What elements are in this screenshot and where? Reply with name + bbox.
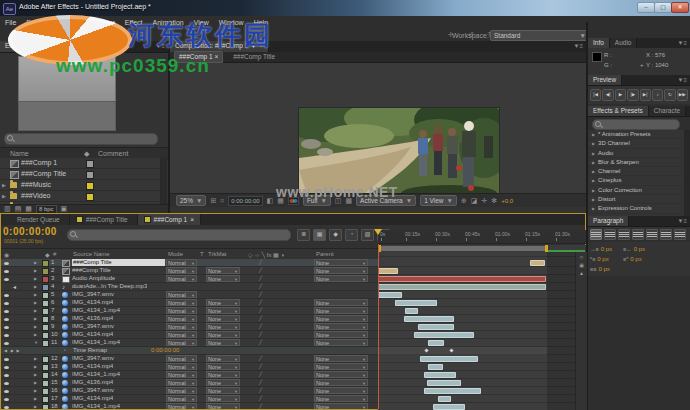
- tab-preview[interactable]: Preview: [588, 75, 622, 85]
- paragraph-indent-field[interactable]: ≡*0 px: [623, 254, 656, 264]
- close-button[interactable]: ✕: [671, 2, 689, 13]
- label-color-chip[interactable]: [86, 193, 94, 201]
- timeline-tab[interactable]: ###Comp 1×: [138, 214, 201, 225]
- layer-switches[interactable]: ╱: [259, 371, 262, 378]
- timeline-search-input[interactable]: [67, 229, 291, 241]
- parent-dropdown[interactable]: None▼: [314, 371, 368, 378]
- label-color-chip[interactable]: [86, 182, 94, 190]
- trkmat-dropdown[interactable]: None▼: [206, 275, 240, 282]
- layer-duration-bar[interactable]: [433, 404, 465, 410]
- layer-switches[interactable]: ╱: [259, 363, 262, 370]
- project-search-input[interactable]: [4, 133, 158, 145]
- project-item[interactable]: ▶ ###Video: [0, 191, 160, 202]
- label-color-chip[interactable]: [42, 316, 49, 323]
- expand-arrow-icon[interactable]: ▶: [34, 356, 37, 362]
- comp-marker-icon[interactable]: ◇: [576, 254, 587, 260]
- hide-shy-layers-icon[interactable]: ◆: [329, 229, 342, 241]
- menu-item[interactable]: File: [0, 19, 21, 26]
- new-composition-icon[interactable]: ▦: [25, 205, 32, 213]
- transport-button[interactable]: |▶: [627, 89, 638, 101]
- new-folder-icon[interactable]: ▤: [15, 205, 22, 213]
- trkmat-dropdown[interactable]: None▼: [206, 339, 240, 346]
- parent-dropdown[interactable]: None▼: [314, 307, 368, 314]
- effects-category[interactable]: ▶Blur & Sharpen: [588, 158, 684, 167]
- label-color-chip[interactable]: [42, 276, 49, 283]
- column-mode[interactable]: Mode: [168, 251, 183, 257]
- project-item[interactable]: ▶ ###Music: [0, 180, 160, 191]
- delete-icon[interactable]: ▣: [61, 205, 68, 213]
- label-color-chip[interactable]: [86, 171, 94, 179]
- timeline-graph-layer[interactable]: ◇ ▣ ▲: [378, 252, 586, 410]
- trkmat-dropdown[interactable]: None▼: [206, 371, 240, 378]
- layer-name[interactable]: IMG_3947.wmv: [72, 387, 114, 394]
- label-color-chip[interactable]: [42, 260, 49, 267]
- blend-mode-dropdown[interactable]: Normal▼: [166, 323, 197, 330]
- eye-icon[interactable]: [4, 278, 9, 281]
- expand-arrow-icon[interactable]: ▶: [34, 332, 37, 338]
- eye-icon[interactable]: [4, 374, 9, 377]
- tab-paragraph[interactable]: Paragraph: [588, 216, 629, 226]
- time-remap-row[interactable]: ◀ ◆ ▶ ◔ Time Remap 0:00:00:00: [1, 347, 378, 355]
- parent-dropdown[interactable]: None▼: [314, 315, 368, 322]
- expand-arrow-icon[interactable]: ▶: [34, 380, 37, 386]
- project-item[interactable]: ###Comp 1: [0, 158, 160, 169]
- timeline-layer-row[interactable]: ◄ ▶ 15 IMG_4136.mp4 Normal▼ None▼ ╱ None…: [1, 379, 378, 387]
- eye-icon[interactable]: [4, 294, 9, 297]
- blend-mode-dropdown[interactable]: Normal▼: [166, 307, 197, 314]
- layer-duration-bar[interactable]: [424, 372, 456, 378]
- justify-last-center-button[interactable]: [646, 229, 658, 240]
- eye-icon[interactable]: [4, 310, 9, 313]
- expand-arrow-icon[interactable]: ▶: [34, 292, 37, 298]
- trkmat-dropdown[interactable]: None▼: [206, 267, 240, 274]
- current-time-indicator-handle[interactable]: [374, 229, 382, 235]
- label-color-chip[interactable]: [42, 308, 49, 315]
- minimize-button[interactable]: –: [637, 2, 655, 13]
- effects-category[interactable]: ▶Cineplus: [588, 176, 684, 185]
- justify-last-right-button[interactable]: [660, 229, 672, 240]
- parent-dropdown[interactable]: None▼: [314, 299, 368, 306]
- layer-switches[interactable]: ╱: [259, 387, 262, 394]
- expand-arrow-icon[interactable]: ▶: [34, 268, 37, 274]
- eye-icon[interactable]: [4, 318, 9, 321]
- layer-duration-bar[interactable]: [427, 380, 461, 386]
- expand-arrow-icon[interactable]: ▶: [34, 276, 37, 282]
- layer-duration-bar[interactable]: [378, 284, 546, 290]
- layer-switches[interactable]: ╱: [259, 299, 262, 306]
- eye-icon[interactable]: [4, 398, 9, 401]
- layer-switches[interactable]: ╱: [259, 331, 262, 338]
- view-layout-dropdown[interactable]: 1 View▼: [420, 195, 457, 206]
- eye-icon[interactable]: [4, 262, 9, 265]
- blend-mode-dropdown[interactable]: Normal▼: [166, 403, 197, 409]
- expand-arrow-icon[interactable]: ▶: [34, 364, 37, 370]
- tab-effects-presets[interactable]: Effects & Presets: [588, 106, 649, 116]
- layer-duration-bar[interactable]: [424, 388, 481, 394]
- layer-switches[interactable]: ╱: [259, 283, 262, 290]
- property-value[interactable]: 0:00:00:00: [151, 347, 179, 354]
- snapshot-icon[interactable]: ◧: [267, 197, 274, 205]
- tab-character[interactable]: Characte: [649, 106, 686, 116]
- layer-duration-bar[interactable]: [378, 276, 546, 282]
- expand-arrow-icon[interactable]: ▶: [34, 372, 37, 378]
- align-center-button[interactable]: [604, 229, 616, 240]
- column-comment[interactable]: Comment: [98, 150, 128, 157]
- paragraph-indent-field[interactable]: *≡0 px: [590, 254, 623, 264]
- align-left-button[interactable]: [590, 229, 602, 240]
- label-color-chip[interactable]: [42, 268, 49, 275]
- time-ruler[interactable]: 0s00:15s00:30s00:45s01:00s01:15s01:30s: [378, 230, 586, 244]
- expand-arrow-icon[interactable]: ▼: [34, 340, 38, 346]
- label-color-chip[interactable]: [42, 340, 49, 347]
- column-trkmat[interactable]: TrkMat: [208, 251, 226, 257]
- layer-name[interactable]: IMG_4134_1.mp4: [72, 339, 120, 346]
- layer-duration-bar[interactable]: [395, 300, 437, 306]
- expand-arrow-icon[interactable]: ▶: [34, 388, 37, 394]
- justify-all-button[interactable]: [674, 229, 686, 240]
- trkmat-dropdown[interactable]: None▼: [206, 323, 240, 330]
- label-color-chip[interactable]: [42, 396, 49, 403]
- layer-switches[interactable]: ╱: [259, 403, 262, 409]
- effects-category[interactable]: ▶Expression Controls: [588, 204, 684, 213]
- layer-name[interactable]: IMG_3947.wmv: [72, 355, 114, 362]
- layer-name[interactable]: IMG_3947.wmv: [72, 323, 114, 330]
- layer-name[interactable]: IMG_4134_1.mp4: [72, 403, 120, 409]
- viewer-timecode[interactable]: 0:00:00:00: [228, 196, 262, 206]
- layer-duration-bar[interactable]: [428, 340, 444, 346]
